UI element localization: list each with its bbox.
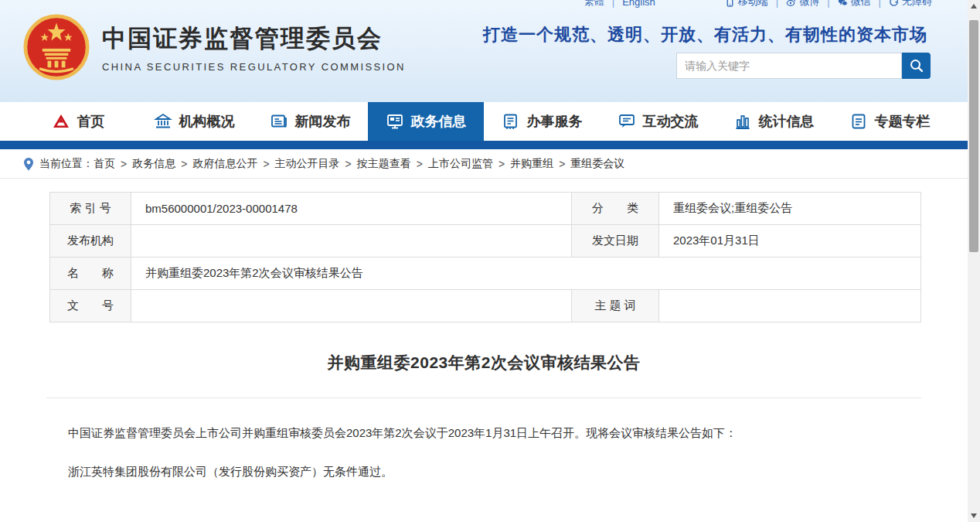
mobile-link[interactable]: 移动端 [725, 0, 768, 9]
breadcrumb-separator: > [499, 158, 505, 170]
table-row: 文 号 主 题 词 [50, 290, 921, 322]
scrollbar-down-button[interactable] [968, 510, 980, 522]
topbar-divider: | [879, 0, 881, 8]
news-icon [270, 112, 288, 131]
nav-item-special[interactable]: 专题专栏 [832, 102, 948, 141]
nav-item-statistics[interactable]: 统计信息 [716, 102, 832, 141]
scrollbar-thumb[interactable] [969, 20, 978, 252]
nav-label: 办事服务 [527, 112, 583, 131]
wechat-icon [838, 0, 848, 7]
topbar-divider: | [827, 0, 829, 8]
topbar-divider: | [612, 0, 614, 8]
topbar-divider: | [776, 0, 778, 8]
article-title: 并购重组委2023年第2次会议审核结果公告 [0, 352, 968, 374]
breadcrumb: 当前位置： 首页 > 政务信息 > 政府信息公开 > 主动公开目录 > 按主题查… [0, 149, 968, 179]
services-icon [502, 112, 520, 131]
breadcrumb-link-home[interactable]: 首页 [94, 157, 115, 171]
phone-icon [725, 0, 735, 7]
gov-info-icon [386, 112, 404, 131]
nav-label: 统计信息 [759, 112, 815, 131]
weibo-link[interactable]: 微博 [786, 0, 819, 9]
breadcrumb-separator: > [417, 158, 423, 170]
wechat-link[interactable]: 微信 [838, 0, 871, 9]
english-link[interactable]: English [622, 0, 655, 8]
meta-label-index: 索 引 号 [50, 193, 131, 225]
vertical-scrollbar[interactable] [968, 0, 980, 522]
meta-value-issuer [131, 225, 572, 258]
breadcrumb-link-committee-meeting[interactable]: 重组委会议 [570, 157, 624, 171]
nav-item-services[interactable]: 办事服务 [484, 102, 600, 141]
nav-label: 政务信息 [411, 112, 467, 131]
traditional-chinese-link[interactable]: 繁體 [584, 0, 604, 9]
table-row: 发布机构 发文日期 2023年01月31日 [50, 225, 921, 258]
breadcrumb-separator: > [263, 158, 269, 170]
search-input[interactable] [676, 53, 902, 79]
nav-label: 机构概况 [179, 112, 235, 131]
article-paragraph: 浙江英特集团股份有限公司（发行股份购买资产）无条件通过。 [49, 462, 920, 482]
national-emblem-logo [23, 14, 90, 80]
meta-label-category: 分 类 [572, 193, 659, 225]
meta-value-index: bm56000001/2023-00001478 [131, 193, 572, 225]
location-pin-icon [23, 157, 34, 171]
home-icon [52, 112, 70, 131]
breadcrumb-link-by-topic[interactable]: 按主题查看 [357, 157, 411, 171]
site-header: 繁體 | English 移动端 | 微博 | 微信 | [0, 0, 968, 102]
breadcrumb-link-listed-supervision[interactable]: 上市公司监管 [428, 157, 493, 171]
site-search [676, 53, 931, 79]
nav-label: 专题专栏 [875, 112, 931, 131]
meta-label-issuer: 发布机构 [50, 225, 131, 258]
nav-item-home[interactable]: 首页 [20, 102, 136, 141]
meta-label-doc-number: 文 号 [50, 290, 131, 322]
breadcrumb-separator: > [181, 158, 187, 170]
meta-value-name: 并购重组委2023年第2次会议审核结果公告 [131, 258, 921, 290]
search-icon [909, 58, 924, 73]
site-subtitle: CHINA SECURITIES REGULATORY COMMISSION [102, 61, 406, 73]
institution-icon [154, 112, 172, 131]
meta-value-keywords [659, 290, 921, 322]
breadcrumb-prefix: 当前位置： [39, 157, 94, 171]
title-divider [46, 397, 921, 398]
scrollbar-up-button[interactable] [968, 0, 980, 12]
nav-item-interaction[interactable]: 互动交流 [600, 102, 716, 141]
breadcrumb-link-ma[interactable]: 并购重组 [510, 157, 553, 171]
accessibility-icon [889, 0, 899, 7]
document-meta-table: 索 引 号 bm56000001/2023-00001478 分 类 重组委会议… [49, 192, 921, 322]
meta-value-category: 重组委会议;重组委公告 [659, 193, 921, 225]
nav-label: 新闻发布 [295, 112, 351, 131]
special-column-icon [849, 112, 868, 131]
interaction-icon [618, 112, 636, 131]
nav-label: 首页 [77, 112, 105, 131]
accessibility-link[interactable]: 无障碍 [889, 0, 932, 9]
nav-bottom-strip [0, 141, 968, 149]
article-paragraph: 中国证券监督管理委员会上市公司并购重组审核委员会2023年第2次会议于2023年… [49, 423, 920, 443]
breadcrumb-separator: > [345, 158, 352, 170]
breadcrumb-link-catalog[interactable]: 主动公开目录 [275, 157, 340, 171]
nav-item-about[interactable]: 机构概况 [136, 102, 252, 141]
table-row: 索 引 号 bm56000001/2023-00001478 分 类 重组委会议… [50, 193, 921, 225]
meta-label-keywords: 主 题 词 [572, 290, 659, 322]
search-button[interactable] [902, 53, 931, 79]
nav-item-news[interactable]: 新闻发布 [252, 102, 368, 141]
page: 繁體 | English 移动端 | 微博 | 微信 | [0, 0, 968, 522]
statistics-icon [733, 112, 752, 131]
site-brand[interactable]: 中国证券监督管理委员会 CHINA SECURITIES REGULATORY … [23, 14, 406, 80]
weibo-icon [786, 0, 796, 7]
breadcrumb-link-disclosure[interactable]: 政府信息公开 [192, 157, 257, 171]
main-nav: 首页 机构概况 新闻发布 政务信息 办事服务 互动交流 统计信息 专题专栏 [0, 102, 968, 141]
meta-value-doc-number [131, 290, 572, 322]
site-title: 中国证券监督管理委员会 [102, 22, 406, 55]
utility-topbar: 繁體 | English 移动端 | 微博 | 微信 | [0, 0, 968, 12]
breadcrumb-link-gov-info[interactable]: 政务信息 [132, 157, 175, 171]
site-slogan: 打造一个规范、透明、开放、有活力、有韧性的资本市场 [483, 23, 927, 46]
breadcrumb-separator: > [559, 158, 565, 170]
meta-value-issue-date: 2023年01月31日 [659, 225, 921, 258]
meta-label-issue-date: 发文日期 [572, 225, 659, 258]
nav-item-gov-info[interactable]: 政务信息 [368, 102, 484, 141]
table-row: 名 称 并购重组委2023年第2次会议审核结果公告 [50, 258, 921, 290]
nav-label: 互动交流 [643, 112, 699, 131]
article-content: 索 引 号 bm56000001/2023-00001478 分 类 重组委会议… [0, 179, 968, 522]
meta-label-name: 名 称 [50, 258, 131, 290]
breadcrumb-separator: > [121, 158, 127, 170]
